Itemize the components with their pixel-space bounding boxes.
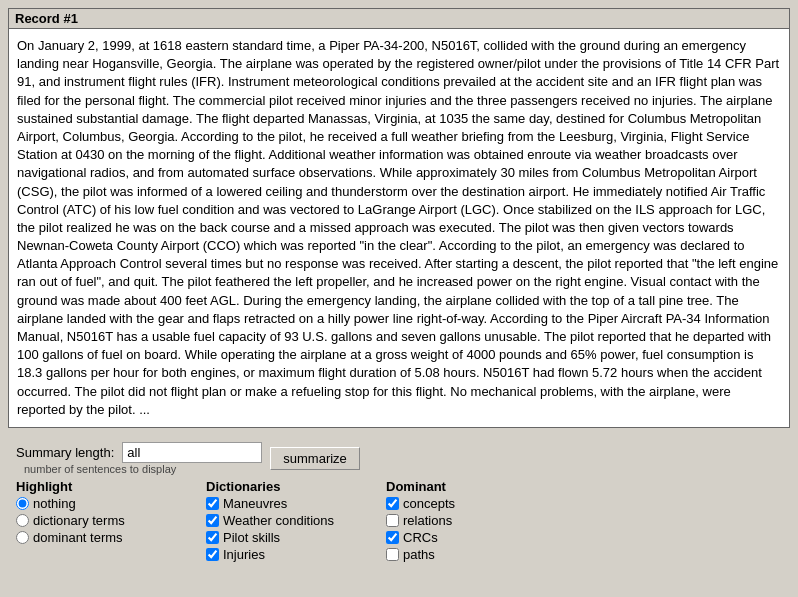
dict-pilotskills-item: Pilot skills — [206, 530, 386, 545]
dict-weather-checkbox[interactable] — [206, 514, 219, 527]
dominant-crcs-label: CRCs — [403, 530, 438, 545]
dictionaries-section: Dictionaries Maneuvres Weather condition… — [206, 479, 386, 564]
highlight-nothing-label: nothing — [33, 496, 76, 511]
dict-weather-item: Weather conditions — [206, 513, 386, 528]
dictionaries-label: Dictionaries — [206, 479, 386, 494]
highlight-dictionary-radio[interactable] — [16, 514, 29, 527]
dominant-paths-checkbox[interactable] — [386, 548, 399, 561]
summary-hint: number of sentences to display — [24, 463, 262, 475]
highlight-dominant-radio[interactable] — [16, 531, 29, 544]
dominant-concepts-checkbox[interactable] — [386, 497, 399, 510]
dominant-label: Dominant — [386, 479, 546, 494]
highlight-nothing-radio[interactable] — [16, 497, 29, 510]
dict-injuries-checkbox[interactable] — [206, 548, 219, 561]
highlight-section: Highlight nothing dictionary terms domin… — [16, 479, 206, 547]
dominant-paths-label: paths — [403, 547, 435, 562]
controls-area: Summary length: number of sentences to d… — [8, 436, 790, 570]
dict-maneuvres-item: Maneuvres — [206, 496, 386, 511]
record-box: Record #1 On January 2, 1999, at 1618 ea… — [8, 8, 790, 428]
dict-pilotskills-checkbox[interactable] — [206, 531, 219, 544]
dominant-concepts-label: concepts — [403, 496, 455, 511]
record-text: On January 2, 1999, at 1618 eastern stan… — [9, 29, 789, 427]
options-row: Highlight nothing dictionary terms domin… — [16, 479, 782, 564]
dict-injuries-item: Injuries — [206, 547, 386, 562]
dominant-paths-item: paths — [386, 547, 546, 562]
highlight-dictionary-label: dictionary terms — [33, 513, 125, 528]
dict-injuries-label: Injuries — [223, 547, 265, 562]
summarize-button[interactable]: summarize — [270, 447, 360, 470]
dominant-relations-item: relations — [386, 513, 546, 528]
highlight-dominant-item: dominant terms — [16, 530, 206, 545]
dominant-section: Dominant concepts relations CRCs paths — [386, 479, 546, 564]
dict-maneuvres-checkbox[interactable] — [206, 497, 219, 510]
dominant-crcs-checkbox[interactable] — [386, 531, 399, 544]
highlight-dominant-label: dominant terms — [33, 530, 123, 545]
summary-input-group: Summary length: number of sentences to d… — [16, 442, 262, 475]
dominant-concepts-item: concepts — [386, 496, 546, 511]
dict-weather-label: Weather conditions — [223, 513, 334, 528]
highlight-dictionary-item: dictionary terms — [16, 513, 206, 528]
summary-label: Summary length: — [16, 445, 114, 460]
highlight-label: Highlight — [16, 479, 206, 494]
summary-row: Summary length: number of sentences to d… — [16, 442, 782, 475]
dominant-relations-label: relations — [403, 513, 452, 528]
highlight-nothing-item: nothing — [16, 496, 206, 511]
dominant-relations-checkbox[interactable] — [386, 514, 399, 527]
dominant-crcs-item: CRCs — [386, 530, 546, 545]
main-container: Record #1 On January 2, 1999, at 1618 ea… — [0, 0, 798, 578]
dict-pilotskills-label: Pilot skills — [223, 530, 280, 545]
dict-maneuvres-label: Maneuvres — [223, 496, 287, 511]
record-title: Record #1 — [9, 9, 789, 29]
summary-input[interactable] — [122, 442, 262, 463]
